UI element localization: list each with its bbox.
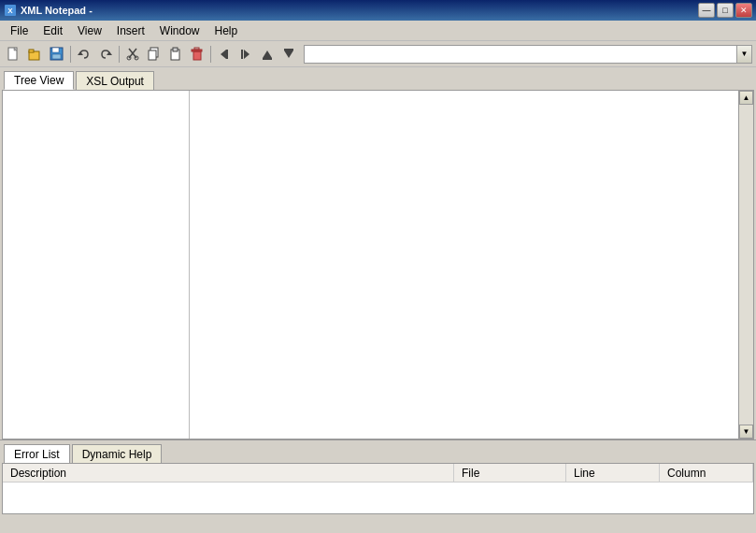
error-list-content: Description File Line Column — [2, 463, 754, 514]
bottom-tab-bar: Error List Dynamic Help — [0, 440, 756, 463]
svg-rect-23 — [226, 50, 228, 59]
svg-marker-28 — [284, 50, 293, 58]
maximize-button[interactable]: □ — [717, 3, 734, 18]
window-title: XML Notepad - — [21, 5, 93, 16]
col-header-description: Description — [3, 464, 454, 482]
demote-button[interactable] — [278, 44, 299, 65]
svg-marker-24 — [244, 50, 250, 59]
menu-insert[interactable]: Insert — [110, 22, 151, 40]
svg-marker-9 — [78, 51, 83, 55]
nudge-left-button[interactable] — [214, 44, 235, 65]
address-dropdown-button[interactable]: ▼ — [737, 45, 752, 64]
undo-button[interactable] — [74, 44, 94, 65]
tab-tree-view[interactable]: Tree View — [4, 71, 74, 90]
svg-text:X: X — [7, 7, 13, 15]
address-input[interactable] — [304, 45, 737, 64]
close-button[interactable]: ✕ — [735, 3, 752, 18]
menu-file[interactable]: File — [4, 22, 35, 40]
main-container: Tree View XSL Output ▲ ▼ Error List Dyna… — [0, 67, 756, 533]
error-list-rows — [3, 483, 753, 513]
svg-rect-27 — [263, 58, 272, 60]
paste-button[interactable] — [165, 44, 186, 65]
toolbar-sep-3 — [210, 46, 211, 63]
menu-edit[interactable]: Edit — [36, 22, 69, 40]
menu-view[interactable]: View — [71, 22, 108, 40]
svg-rect-29 — [284, 49, 293, 50]
tree-panel[interactable] — [3, 91, 190, 439]
col-header-line: Line — [566, 464, 660, 482]
title-bar: X XML Notepad - — □ ✕ — [0, 0, 756, 21]
nudge-right-button[interactable] — [235, 44, 256, 65]
save-button[interactable] — [47, 44, 67, 65]
col-header-file: File — [454, 464, 566, 482]
svg-marker-26 — [263, 50, 272, 58]
svg-marker-22 — [221, 50, 226, 59]
tab-xsl-output[interactable]: XSL Output — [76, 71, 154, 90]
svg-rect-18 — [173, 48, 178, 51]
title-bar-left: X XML Notepad - — [4, 4, 93, 17]
menu-bar: File Edit View Insert Window Help — [0, 21, 756, 41]
col-header-column: Column — [660, 464, 753, 482]
app-icon: X — [4, 4, 17, 17]
svg-rect-16 — [149, 50, 156, 60]
scroll-up-button[interactable]: ▲ — [739, 91, 753, 105]
svg-rect-7 — [52, 48, 59, 52]
scroll-down-button[interactable]: ▼ — [739, 425, 753, 439]
svg-rect-21 — [194, 48, 199, 50]
content-area: ▲ ▼ — [2, 90, 754, 439]
title-buttons: — □ ✕ — [698, 3, 752, 18]
menu-help[interactable]: Help — [208, 22, 245, 40]
address-bar-container: ▼ — [304, 45, 752, 64]
scroll-track — [739, 105, 753, 425]
toolbar: ▼ — [0, 41, 756, 67]
svg-rect-19 — [193, 51, 201, 60]
new-button[interactable] — [4, 44, 24, 65]
tab-dynamic-help[interactable]: Dynamic Help — [72, 444, 163, 463]
svg-rect-8 — [52, 54, 61, 59]
delete-button[interactable] — [187, 44, 207, 65]
open-button[interactable] — [25, 44, 46, 65]
tab-error-list[interactable]: Error List — [4, 444, 70, 463]
promote-button[interactable] — [257, 44, 278, 65]
right-panel[interactable] — [190, 91, 738, 439]
redo-button[interactable] — [95, 44, 116, 65]
copy-button[interactable] — [144, 44, 164, 65]
svg-rect-5 — [29, 50, 34, 52]
svg-marker-10 — [107, 51, 112, 55]
vertical-scrollbar[interactable]: ▲ ▼ — [738, 91, 753, 439]
bottom-panel: Error List Dynamic Help Description File… — [0, 439, 756, 533]
svg-rect-25 — [241, 50, 243, 59]
toolbar-sep-2 — [119, 46, 120, 63]
toolbar-sep-1 — [70, 46, 71, 63]
error-list-header: Description File Line Column — [3, 464, 753, 483]
main-tab-bar: Tree View XSL Output — [0, 67, 756, 90]
cut-button[interactable] — [122, 44, 143, 65]
menu-window[interactable]: Window — [153, 22, 207, 40]
minimize-button[interactable]: — — [698, 3, 715, 18]
